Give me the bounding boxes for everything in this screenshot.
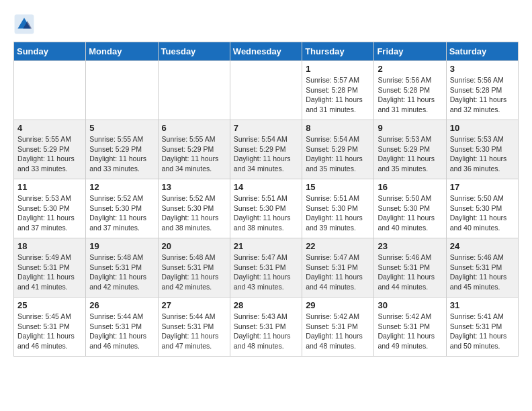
week-row-2: 4Sunrise: 5:55 AMSunset: 5:29 PMDaylight… xyxy=(14,120,519,179)
day-number: 19 xyxy=(89,241,154,251)
cell-info: Sunrise: 5:51 AMSunset: 5:30 PMDaylight:… xyxy=(306,193,370,233)
cell-info: Sunrise: 5:56 AMSunset: 5:28 PMDaylight:… xyxy=(378,75,442,115)
day-number: 16 xyxy=(378,182,442,192)
cell-info: Sunrise: 5:55 AMSunset: 5:29 PMDaylight:… xyxy=(17,134,82,174)
cell-info: Sunrise: 5:42 AMSunset: 5:31 PMDaylight:… xyxy=(306,312,370,351)
day-number: 13 xyxy=(162,182,226,192)
cell-info: Sunrise: 5:48 AMSunset: 5:31 PMDaylight:… xyxy=(89,253,154,292)
calendar-cell: 7Sunrise: 5:54 AMSunset: 5:29 PMDaylight… xyxy=(230,120,302,179)
day-number: 1 xyxy=(306,64,370,74)
day-number: 9 xyxy=(378,123,442,133)
calendar-cell: 19Sunrise: 5:48 AMSunset: 5:31 PMDayligh… xyxy=(86,238,158,298)
day-number: 23 xyxy=(378,241,442,251)
day-number: 31 xyxy=(450,300,515,310)
week-row-5: 25Sunrise: 5:45 AMSunset: 5:31 PMDayligh… xyxy=(14,298,519,357)
calendar-cell: 4Sunrise: 5:55 AMSunset: 5:29 PMDaylight… xyxy=(14,120,86,179)
day-number: 2 xyxy=(378,64,442,74)
calendar-cell: 9Sunrise: 5:53 AMSunset: 5:29 PMDaylight… xyxy=(374,120,446,179)
cell-info: Sunrise: 5:53 AMSunset: 5:30 PMDaylight:… xyxy=(17,193,82,233)
cell-info: Sunrise: 5:50 AMSunset: 5:30 PMDaylight:… xyxy=(450,193,515,233)
day-number: 27 xyxy=(162,300,226,310)
calendar-cell xyxy=(158,61,230,120)
day-number: 11 xyxy=(17,182,82,192)
calendar-cell: 5Sunrise: 5:55 AMSunset: 5:29 PMDaylight… xyxy=(86,120,158,179)
calendar-cell xyxy=(86,61,158,120)
calendar-table: SundayMondayTuesdayWednesdayThursdayFrid… xyxy=(13,42,519,357)
cell-info: Sunrise: 5:56 AMSunset: 5:28 PMDaylight:… xyxy=(450,75,515,115)
day-number: 20 xyxy=(162,241,226,251)
col-header-wednesday: Wednesday xyxy=(230,42,302,61)
calendar-cell: 12Sunrise: 5:52 AMSunset: 5:30 PMDayligh… xyxy=(86,179,158,238)
calendar-cell: 21Sunrise: 5:47 AMSunset: 5:31 PMDayligh… xyxy=(230,238,302,298)
col-header-saturday: Saturday xyxy=(446,42,518,61)
calendar-cell: 8Sunrise: 5:54 AMSunset: 5:29 PMDaylight… xyxy=(302,120,374,179)
day-number: 7 xyxy=(234,123,298,133)
col-header-tuesday: Tuesday xyxy=(158,42,230,61)
week-row-3: 11Sunrise: 5:53 AMSunset: 5:30 PMDayligh… xyxy=(14,179,519,238)
day-number: 5 xyxy=(89,123,154,133)
cell-info: Sunrise: 5:51 AMSunset: 5:30 PMDaylight:… xyxy=(234,193,298,233)
calendar-cell: 1Sunrise: 5:57 AMSunset: 5:28 PMDaylight… xyxy=(302,61,374,120)
calendar-cell: 11Sunrise: 5:53 AMSunset: 5:30 PMDayligh… xyxy=(14,179,86,238)
calendar-cell: 20Sunrise: 5:48 AMSunset: 5:31 PMDayligh… xyxy=(158,238,230,298)
week-row-4: 18Sunrise: 5:49 AMSunset: 5:31 PMDayligh… xyxy=(14,238,519,298)
week-row-1: 1Sunrise: 5:57 AMSunset: 5:28 PMDaylight… xyxy=(14,61,519,120)
cell-info: Sunrise: 5:46 AMSunset: 5:31 PMDaylight:… xyxy=(378,253,442,292)
cell-info: Sunrise: 5:52 AMSunset: 5:30 PMDaylight:… xyxy=(162,193,226,233)
calendar-cell: 15Sunrise: 5:51 AMSunset: 5:30 PMDayligh… xyxy=(302,179,374,238)
cell-info: Sunrise: 5:44 AMSunset: 5:31 PMDaylight:… xyxy=(162,312,226,351)
calendar-cell: 3Sunrise: 5:56 AMSunset: 5:28 PMDaylight… xyxy=(446,61,518,120)
cell-info: Sunrise: 5:54 AMSunset: 5:29 PMDaylight:… xyxy=(234,134,298,174)
day-number: 14 xyxy=(234,182,298,192)
cell-info: Sunrise: 5:41 AMSunset: 5:31 PMDaylight:… xyxy=(450,312,515,351)
day-number: 28 xyxy=(234,300,298,310)
calendar-cell: 25Sunrise: 5:45 AMSunset: 5:31 PMDayligh… xyxy=(14,298,86,357)
calendar-cell: 22Sunrise: 5:47 AMSunset: 5:31 PMDayligh… xyxy=(302,238,374,298)
day-number: 12 xyxy=(89,182,154,192)
cell-info: Sunrise: 5:55 AMSunset: 5:29 PMDaylight:… xyxy=(89,134,154,174)
calendar-cell: 10Sunrise: 5:53 AMSunset: 5:30 PMDayligh… xyxy=(446,120,518,179)
cell-info: Sunrise: 5:53 AMSunset: 5:29 PMDaylight:… xyxy=(378,134,442,174)
cell-info: Sunrise: 5:45 AMSunset: 5:31 PMDaylight:… xyxy=(17,312,82,351)
calendar-cell: 24Sunrise: 5:46 AMSunset: 5:31 PMDayligh… xyxy=(446,238,518,298)
day-number: 29 xyxy=(306,300,370,310)
day-number: 6 xyxy=(162,123,226,133)
day-number: 10 xyxy=(450,123,515,133)
day-number: 24 xyxy=(450,241,515,251)
cell-info: Sunrise: 5:48 AMSunset: 5:31 PMDaylight:… xyxy=(162,253,226,292)
day-number: 18 xyxy=(17,241,82,251)
cell-info: Sunrise: 5:55 AMSunset: 5:29 PMDaylight:… xyxy=(162,134,226,174)
cell-info: Sunrise: 5:52 AMSunset: 5:30 PMDaylight:… xyxy=(89,193,154,233)
cell-info: Sunrise: 5:44 AMSunset: 5:31 PMDaylight:… xyxy=(89,312,154,351)
day-number: 8 xyxy=(306,123,370,133)
cell-info: Sunrise: 5:47 AMSunset: 5:31 PMDaylight:… xyxy=(306,253,370,292)
calendar-cell: 6Sunrise: 5:55 AMSunset: 5:29 PMDaylight… xyxy=(158,120,230,179)
cell-info: Sunrise: 5:49 AMSunset: 5:31 PMDaylight:… xyxy=(17,253,82,292)
cell-info: Sunrise: 5:46 AMSunset: 5:31 PMDaylight:… xyxy=(450,253,515,292)
calendar-cell: 2Sunrise: 5:56 AMSunset: 5:28 PMDaylight… xyxy=(374,61,446,120)
cell-info: Sunrise: 5:54 AMSunset: 5:29 PMDaylight:… xyxy=(306,134,370,174)
col-header-thursday: Thursday xyxy=(302,42,374,61)
page-header xyxy=(13,13,519,35)
cell-info: Sunrise: 5:57 AMSunset: 5:28 PMDaylight:… xyxy=(306,75,370,115)
day-number: 25 xyxy=(17,300,82,310)
calendar-cell xyxy=(230,61,302,120)
day-number: 3 xyxy=(450,64,515,74)
header-row: SundayMondayTuesdayWednesdayThursdayFrid… xyxy=(14,42,519,61)
calendar-cell: 29Sunrise: 5:42 AMSunset: 5:31 PMDayligh… xyxy=(302,298,374,357)
day-number: 4 xyxy=(17,123,82,133)
cell-info: Sunrise: 5:42 AMSunset: 5:31 PMDaylight:… xyxy=(378,312,442,351)
cell-info: Sunrise: 5:53 AMSunset: 5:30 PMDaylight:… xyxy=(450,134,515,174)
day-number: 26 xyxy=(89,300,154,310)
col-header-monday: Monday xyxy=(86,42,158,61)
calendar-cell: 26Sunrise: 5:44 AMSunset: 5:31 PMDayligh… xyxy=(86,298,158,357)
logo-icon xyxy=(13,13,35,35)
calendar-cell: 28Sunrise: 5:43 AMSunset: 5:31 PMDayligh… xyxy=(230,298,302,357)
day-number: 21 xyxy=(234,241,298,251)
day-number: 17 xyxy=(450,182,515,192)
cell-info: Sunrise: 5:47 AMSunset: 5:31 PMDaylight:… xyxy=(234,253,298,292)
calendar-cell: 23Sunrise: 5:46 AMSunset: 5:31 PMDayligh… xyxy=(374,238,446,298)
calendar-cell: 31Sunrise: 5:41 AMSunset: 5:31 PMDayligh… xyxy=(446,298,518,357)
calendar-cell: 13Sunrise: 5:52 AMSunset: 5:30 PMDayligh… xyxy=(158,179,230,238)
day-number: 22 xyxy=(306,241,370,251)
